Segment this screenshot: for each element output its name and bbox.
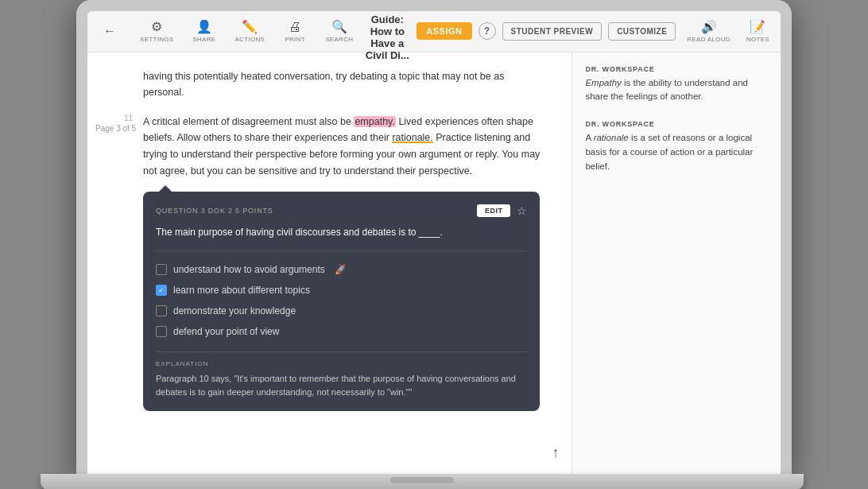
search-button[interactable]: 🔍 SEARCH — [320, 16, 358, 46]
paragraph-11: 11 A critical element of disagreement mu… — [143, 114, 540, 180]
workspace-text-2: A rationale is a set of reasons or a log… — [585, 131, 768, 173]
checkbox-b[interactable] — [156, 285, 167, 296]
choice-b[interactable]: learn more about different topics — [156, 280, 527, 301]
customize-button[interactable]: CUSTOMIZE — [608, 22, 676, 41]
actions-icon: ✏️ — [242, 19, 258, 34]
read-aloud-icon: 🔊 — [701, 19, 717, 34]
help-button[interactable]: ? — [479, 22, 496, 40]
back-button[interactable]: ← — [94, 21, 126, 41]
assign-button[interactable]: ASSIGN — [417, 22, 471, 40]
left-panel: Page 3 of 5 having this potentially heat… — [87, 52, 572, 474]
read-aloud-button[interactable]: 🔊 READ ALOUD — [682, 16, 735, 46]
toolbar: ← ⚙ SETTINGS 👤 SHARE ✏️ ACTIONS — [87, 11, 781, 52]
edit-button[interactable]: EDIT — [477, 204, 511, 217]
star-icon[interactable]: ☆ — [517, 204, 527, 217]
checkbox-d[interactable] — [156, 326, 167, 337]
checkbox-c[interactable] — [156, 305, 167, 316]
workspace-label-2: DR. WORKSPACE — [585, 120, 768, 128]
explanation-label: EXPLANATION — [156, 360, 527, 367]
workspace-entry-1: DR. WORKSPACE Empathy is the ability to … — [585, 65, 768, 105]
question-card: QUESTION 3 DOK 2 5 points EDIT ☆ The mai… — [143, 192, 540, 411]
intro-paragraph: having this potentially heated conversat… — [143, 68, 540, 101]
rocket-icon: 🚀 — [335, 264, 347, 275]
toolbar-right: ASSIGN ? STUDENT PREVIEW CUSTOMIZE 🔊 REA… — [417, 16, 774, 46]
explanation-text: Paragraph 10 says, "It's important to re… — [156, 372, 527, 398]
notes-button[interactable]: 📝 NOTES — [742, 16, 774, 46]
explanation-section: EXPLANATION Paragraph 10 says, "It's imp… — [156, 351, 527, 398]
paragraph-text: A critical element of disagreement must … — [143, 114, 540, 180]
workspace-text-1: Empathy is the ability to understand and… — [585, 76, 768, 105]
toolbar-left: ← ⚙ SETTINGS 👤 SHARE ✏️ ACTIONS — [94, 16, 358, 46]
workspace-entry-2: DR. WORKSPACE A rationale is a set of re… — [585, 120, 768, 173]
settings-button[interactable]: ⚙ SETTINGS — [135, 16, 178, 46]
document-content: having this potentially heated conversat… — [87, 52, 572, 440]
choice-c-text: demonstrate your knowledge — [173, 305, 296, 316]
search-icon: 🔍 — [331, 19, 347, 34]
checkbox-a[interactable] — [156, 264, 167, 275]
empathy-highlight: empathy. — [354, 116, 396, 127]
question-header: QUESTION 3 DOK 2 5 points EDIT ☆ — [156, 204, 527, 217]
print-icon: 🖨 — [289, 20, 301, 34]
choice-a-text: understand how to avoid arguments — [173, 264, 325, 275]
laptop-base — [41, 474, 804, 490]
choice-c[interactable]: demonstrate your knowledge — [156, 301, 527, 321]
question-meta: QUESTION 3 DOK 2 5 points — [156, 207, 273, 215]
settings-icon: ⚙ — [151, 19, 162, 34]
paragraph-number: 11 — [124, 114, 133, 122]
choice-a[interactable]: understand how to avoid arguments 🚀 — [156, 259, 527, 280]
print-button[interactable]: 🖨 PRINT — [279, 17, 311, 46]
question-text: The main purpose of having civil discour… — [156, 225, 527, 239]
question-divider — [156, 250, 527, 251]
share-icon: 👤 — [196, 19, 212, 34]
choice-b-text: learn more about different topics — [173, 285, 310, 296]
empathy-term: Empathy — [585, 78, 621, 87]
choice-d-text: defend your point of view — [173, 326, 279, 337]
workspace-text-2-before: A — [585, 133, 593, 142]
rationale-term: rationale — [594, 133, 629, 142]
para-text-before: A critical element of disagreement must … — [143, 116, 354, 127]
actions-button[interactable]: ✏️ ACTIONS — [230, 16, 269, 46]
intro-text: having this potentially heated conversat… — [143, 68, 540, 101]
right-panel: DR. WORKSPACE Empathy is the ability to … — [572, 52, 781, 474]
choice-d[interactable]: defend your point of view — [156, 321, 527, 342]
main-area: Page 3 of 5 having this potentially heat… — [87, 52, 781, 474]
student-preview-button[interactable]: STUDENT PREVIEW — [502, 22, 603, 41]
share-button[interactable]: 👤 SHARE — [188, 16, 220, 46]
page-label: Page 3 of 5 — [95, 124, 136, 133]
scroll-up-button[interactable]: ↑ — [552, 444, 559, 461]
rationale-highlight: rationale. — [392, 132, 432, 143]
workspace-label-1: DR. WORKSPACE — [585, 65, 768, 73]
back-arrow-icon: ← — [103, 24, 116, 38]
question-actions: EDIT ☆ — [477, 204, 528, 217]
notes-icon: 📝 — [750, 19, 765, 34]
